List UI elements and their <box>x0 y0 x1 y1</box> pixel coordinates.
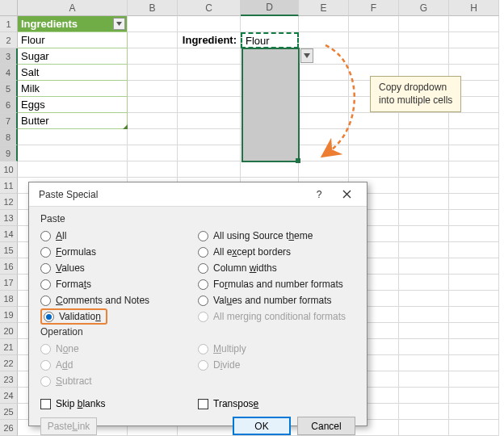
cell-H20[interactable] <box>449 323 499 339</box>
row-head-2[interactable]: 2 <box>0 32 18 48</box>
cell-H24[interactable] <box>449 388 499 404</box>
cell-B9[interactable] <box>128 145 178 161</box>
cell-D5[interactable] <box>241 81 299 97</box>
opt-values[interactable]: Values <box>40 260 198 276</box>
cell-G3[interactable] <box>399 48 449 65</box>
cell-B7[interactable] <box>128 113 178 129</box>
cell-H17[interactable] <box>449 275 499 291</box>
opt-theme[interactable]: All using Source theme <box>198 228 355 244</box>
cell-D2[interactable]: Flour <box>241 32 299 48</box>
row-head-19[interactable]: 19 <box>0 307 18 323</box>
cell-D4[interactable] <box>241 65 299 81</box>
cell-H22[interactable] <box>449 355 499 371</box>
row-head-18[interactable]: 18 <box>0 291 18 307</box>
opt-formulas-number[interactable]: Formulas and number formats <box>198 276 355 292</box>
cell-A1[interactable]: Ingredients <box>18 16 128 32</box>
row-head-14[interactable]: 14 <box>0 226 18 242</box>
opt-all[interactable]: All <box>40 228 198 244</box>
cell-G19[interactable] <box>399 307 449 323</box>
cell-F3[interactable] <box>349 48 399 65</box>
cell-A2[interactable]: Flour <box>18 32 128 48</box>
cell-F1[interactable] <box>349 16 399 32</box>
cell-G17[interactable] <box>399 275 449 291</box>
cell-B4[interactable] <box>128 65 178 81</box>
cell-A10[interactable] <box>18 161 128 178</box>
row-head-10[interactable]: 10 <box>0 161 18 178</box>
row-head-11[interactable]: 11 <box>0 178 18 194</box>
cell-H7[interactable] <box>449 113 499 129</box>
cell-H8[interactable] <box>449 129 499 145</box>
cell-H13[interactable] <box>449 210 499 226</box>
row-head-24[interactable]: 24 <box>0 388 18 404</box>
cell-H25[interactable] <box>449 404 499 420</box>
cell-E5[interactable] <box>299 81 349 97</box>
col-head-E[interactable]: E <box>299 0 349 16</box>
row-head-13[interactable]: 13 <box>0 210 18 226</box>
cell-G14[interactable] <box>399 226 449 242</box>
cell-H18[interactable] <box>449 291 499 307</box>
chk-transpose[interactable]: Transpose <box>198 396 355 412</box>
cell-A4[interactable]: Salt <box>18 65 128 81</box>
opt-values-number[interactable]: Values and number formats <box>198 292 355 308</box>
cell-G22[interactable] <box>399 355 449 371</box>
col-head-B[interactable]: B <box>128 0 178 16</box>
cell-C1[interactable] <box>178 16 241 32</box>
dialog-help-button[interactable]: ? <box>305 185 333 204</box>
cell-E10[interactable] <box>299 161 349 178</box>
row-head-4[interactable]: 4 <box>0 65 18 81</box>
cell-D8[interactable] <box>241 129 299 145</box>
cell-F9[interactable] <box>349 145 399 161</box>
cell-G10[interactable] <box>399 161 449 178</box>
cell-H9[interactable] <box>449 145 499 161</box>
col-head-D[interactable]: D <box>241 0 299 16</box>
cell-H10[interactable] <box>449 161 499 178</box>
dialog-close-button[interactable] <box>333 185 360 204</box>
cell-A6[interactable]: Eggs <box>18 97 128 113</box>
cell-B6[interactable] <box>128 97 178 113</box>
opt-comments[interactable]: Comments and Notes <box>40 292 198 308</box>
cell-H15[interactable] <box>449 242 499 258</box>
cell-E7[interactable] <box>299 113 349 129</box>
cell-E2[interactable] <box>299 32 349 48</box>
cell-G26[interactable] <box>399 420 449 436</box>
cell-C4[interactable] <box>178 65 241 81</box>
row-head-1[interactable]: 1 <box>0 16 18 32</box>
cell-G24[interactable] <box>399 388 449 404</box>
row-head-25[interactable]: 25 <box>0 404 18 420</box>
cell-A9[interactable] <box>18 145 128 161</box>
col-head-F[interactable]: F <box>349 0 399 16</box>
col-head-C[interactable]: C <box>178 0 241 16</box>
cell-G11[interactable] <box>399 178 449 194</box>
cell-G15[interactable] <box>399 242 449 258</box>
cell-G2[interactable] <box>399 32 449 48</box>
opt-except-borders[interactable]: All except borders <box>198 244 355 260</box>
cell-F7[interactable] <box>349 113 399 129</box>
row-head-7[interactable]: 7 <box>0 113 18 129</box>
cell-H19[interactable] <box>449 307 499 323</box>
opt-validation[interactable]: Validation <box>40 308 198 325</box>
cell-D3[interactable] <box>241 48 299 65</box>
cell-C7[interactable] <box>178 113 241 129</box>
cell-A5[interactable]: Milk <box>18 81 128 97</box>
cell-C9[interactable] <box>178 145 241 161</box>
cell-G1[interactable] <box>399 16 449 32</box>
row-head-12[interactable]: 12 <box>0 194 18 210</box>
cell-A8[interactable] <box>18 129 128 145</box>
cell-G18[interactable] <box>399 291 449 307</box>
chk-skip-blanks[interactable]: Skip blanks <box>40 396 198 412</box>
col-head-G[interactable]: G <box>399 0 449 16</box>
row-head-20[interactable]: 20 <box>0 323 18 339</box>
row-head-5[interactable]: 5 <box>0 81 18 97</box>
cell-H14[interactable] <box>449 226 499 242</box>
cell-G9[interactable] <box>399 145 449 161</box>
cell-H2[interactable] <box>449 32 499 48</box>
cell-C8[interactable] <box>178 129 241 145</box>
cell-G8[interactable] <box>399 129 449 145</box>
cell-H26[interactable] <box>449 420 499 436</box>
cell-H23[interactable] <box>449 371 499 388</box>
opt-col-widths[interactable]: Column widths <box>198 260 355 276</box>
cell-C6[interactable] <box>178 97 241 113</box>
cell-B3[interactable] <box>128 48 178 65</box>
cell-E9[interactable] <box>299 145 349 161</box>
cell-G21[interactable] <box>399 339 449 355</box>
